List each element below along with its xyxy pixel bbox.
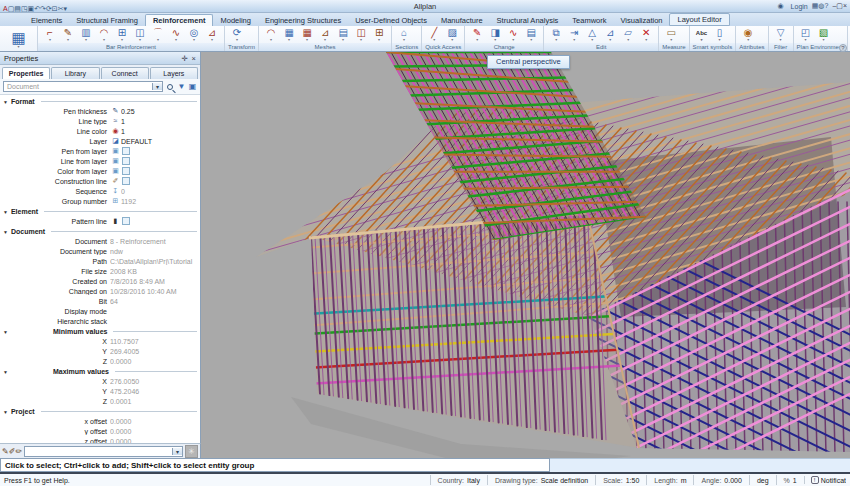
property-value[interactable]: 2008 KB <box>110 268 200 275</box>
notification-button[interactable]: ! Notificat <box>804 476 846 484</box>
property-value[interactable]: 0.0000 <box>110 358 200 365</box>
modify-layer-icon[interactable]: ◨ <box>487 28 503 41</box>
view-title-tab[interactable]: Central perspective <box>487 55 570 69</box>
status-item-value[interactable]: 1:50 <box>626 477 640 484</box>
section-header-minimum-values[interactable]: ▼Minimum values <box>0 326 200 336</box>
help-icon[interactable]: ? <box>824 2 828 9</box>
property-value[interactable]: 1 <box>121 118 200 125</box>
task-board-icon[interactable]: ▦ <box>11 30 27 48</box>
checkbox[interactable] <box>122 167 130 175</box>
ribbon-tab-user-defined-objects[interactable]: User-Defined Objects <box>348 15 434 26</box>
property-value[interactable]: 110.7507 <box>110 338 200 345</box>
ribbon-tab-teamwork[interactable]: Teamwork <box>565 15 613 26</box>
rebar-model-canvas[interactable] <box>201 52 850 458</box>
status-item-value[interactable]: deg <box>757 477 769 484</box>
checkbox[interactable] <box>122 157 130 165</box>
tab-library[interactable]: Library <box>51 67 99 79</box>
ribbon-tab-layout-editor[interactable]: Layout Editor <box>669 13 729 26</box>
modify-wave-icon[interactable]: ∿ <box>505 28 521 41</box>
maximize-button[interactable]: ▢ <box>836 2 843 9</box>
section-header-maximum-values[interactable]: ▼Maximum values <box>0 366 200 376</box>
navigation-wheel-icon[interactable]: ✳ <box>185 445 198 458</box>
property-value[interactable]: 0.0001 <box>110 398 200 405</box>
attributes-icon[interactable]: ◉ <box>740 28 756 41</box>
section-header-document[interactable]: ▼Document <box>0 226 200 236</box>
property-value[interactable]: 0.0000 <box>110 418 200 425</box>
search-icon[interactable] <box>167 84 173 90</box>
property-value[interactable]: C:\Data\Allplan\Prj\Tutorial <box>110 258 200 265</box>
ribbon-tab-modeling[interactable]: Modeling <box>213 15 257 26</box>
property-value[interactable]: 0.0000 <box>110 428 200 435</box>
rebar-area-icon[interactable]: ⊞ <box>114 28 130 41</box>
chevron-down-icon[interactable] <box>11 45 27 48</box>
stretch-icon[interactable]: ▱ <box>620 28 636 41</box>
filter-icon[interactable]: ▽ <box>773 28 789 41</box>
measure-icon[interactable]: ▭ <box>663 28 679 41</box>
mesh-arc-icon[interactable]: ◠ <box>263 28 279 41</box>
checkbox[interactable] <box>122 147 130 155</box>
rebar-place-icon[interactable]: ✎ <box>60 28 76 41</box>
collapse-icon[interactable]: ▼ <box>3 369 8 375</box>
sections-icon[interactable]: ⌂ <box>396 28 412 41</box>
property-value[interactable]: 0 <box>121 188 200 195</box>
match-pen-icon[interactable]: ✎ <box>2 447 9 456</box>
property-value[interactable]: DEFAULT <box>121 138 200 145</box>
rebar-spiral-icon[interactable]: ∿ <box>168 28 184 41</box>
status-item-value[interactable]: Scale definition <box>541 477 588 484</box>
rebar-mark-icon[interactable]: ▥ <box>78 28 94 41</box>
ribbon-help-icon[interactable]: ? <box>839 44 847 52</box>
collapse-icon[interactable]: ▼ <box>3 99 8 105</box>
section-header-element[interactable]: ▼Element <box>0 206 200 216</box>
collapse-icon[interactable]: ▼ <box>3 329 8 335</box>
line-tool-icon[interactable]: ╱ <box>426 28 442 41</box>
ribbon-tab-visualization[interactable]: Visualization <box>614 15 670 26</box>
rebar-arc-icon[interactable]: ◠ <box>96 28 112 41</box>
modify-pen-icon[interactable]: ✎ <box>469 28 485 41</box>
more-icon[interactable]: ▾ <box>64 5 68 12</box>
mesh-plus-icon[interactable]: ⊞ <box>371 28 387 41</box>
ribbon-tab-structural-framing[interactable]: Structural Framing <box>69 15 145 26</box>
rebar-shape-icon[interactable]: ⌐ <box>42 28 58 41</box>
tab-layers[interactable]: Layers <box>150 67 198 79</box>
status-item-value[interactable]: 1 <box>793 477 797 484</box>
close-button[interactable]: × <box>843 2 847 9</box>
ribbon-tab-structural-analysis[interactable]: Structural Analysis <box>490 15 566 26</box>
rebar-circle-icon[interactable]: ◎ <box>186 28 202 41</box>
close-icon[interactable]: × <box>192 54 196 63</box>
property-value[interactable]: 1 <box>121 128 200 135</box>
section-header-format[interactable]: ▼Format <box>0 96 200 106</box>
collapse-icon[interactable]: ▼ <box>3 209 8 215</box>
collapse-icon[interactable]: ▼ <box>3 229 8 235</box>
mesh-rows-icon[interactable]: ▤ <box>335 28 351 41</box>
property-value[interactable]: 8 - Reinforcement <box>110 238 200 245</box>
align-icon[interactable]: ⇥ <box>566 28 582 41</box>
property-value[interactable]: 475.2046 <box>110 388 200 395</box>
text-abc-icon[interactable]: Abc <box>694 28 710 41</box>
settings-box-icon[interactable]: ▣ <box>188 82 197 91</box>
environment-icon[interactable]: ▧ <box>816 28 832 41</box>
rebar-sweep-icon[interactable]: ⌒ <box>150 28 166 41</box>
modify-list-icon[interactable]: ▤ <box>523 28 539 41</box>
pin-icon[interactable]: ✛ <box>181 54 187 63</box>
copy-icon[interactable]: ⧉ <box>548 28 564 41</box>
filter-icon[interactable]: ▼ <box>177 82 186 91</box>
3d-viewport[interactable]: Central perspective <box>201 52 850 458</box>
status-item-value[interactable]: Italy <box>467 477 480 484</box>
mirror-icon[interactable]: △ <box>584 28 600 41</box>
transform-icon[interactable]: ⟳ <box>229 28 245 41</box>
status-item-value[interactable]: 0.000 <box>724 477 742 484</box>
login-button[interactable]: Login <box>791 3 808 10</box>
ribbon-tab-engineering-structures[interactable]: Engineering Structures <box>258 15 348 26</box>
save-icon[interactable]: ◳ <box>21 5 28 12</box>
ribbon-tab-reinforcement[interactable]: Reinforcement <box>145 14 214 26</box>
section-header-project[interactable]: ▼Project <box>0 406 200 416</box>
property-value[interactable]: 10/28/2016 10:40 AM <box>110 288 200 295</box>
open-icon[interactable]: ▤ <box>14 5 21 12</box>
property-value[interactable]: 276.0050 <box>110 378 200 385</box>
property-value[interactable]: 7/8/2016 8:49 AM <box>110 278 200 285</box>
match-color-icon[interactable]: ✏ <box>15 447 22 456</box>
property-value[interactable]: 0.25 <box>121 108 200 115</box>
rebar-panel-icon[interactable]: ◫ <box>132 28 148 41</box>
tab-connect[interactable]: Connect <box>101 67 149 79</box>
sketch-tool-icon[interactable]: ▨ <box>444 28 460 41</box>
